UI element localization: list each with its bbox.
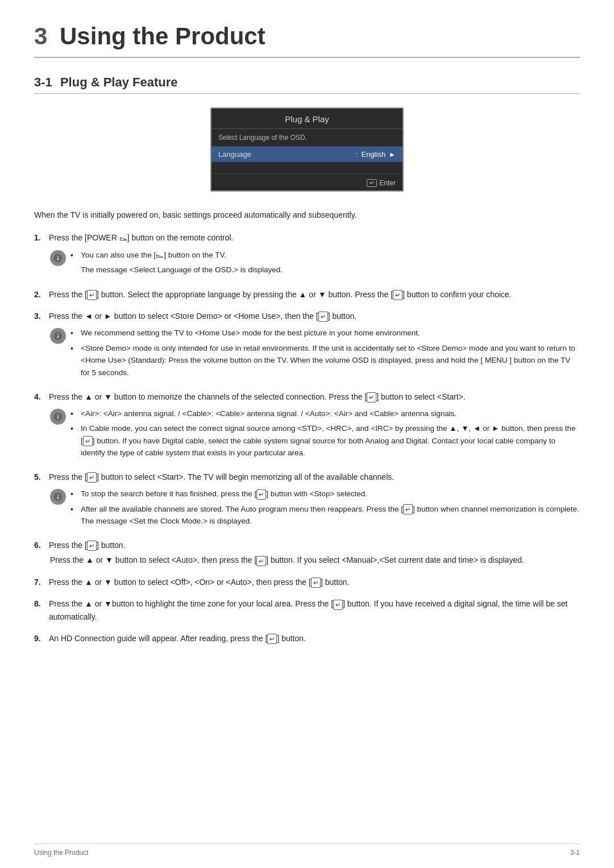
section-title-text: Plug & Play Feature xyxy=(60,75,178,89)
step-3-note: • We recommend setting the TV to <Home U… xyxy=(50,327,580,381)
step-4-note-item-1: • <Air>: <Air> antenna signal. / <Cable>… xyxy=(70,408,580,420)
page-footer: Using the Product 3-1 xyxy=(34,844,580,857)
step-3-note-content: • We recommend setting the TV to <Home U… xyxy=(70,327,580,381)
step-1-note-item-1: • You can also use the [⌳] button on the… xyxy=(70,249,580,261)
enter-icon: ↵ xyxy=(367,179,377,187)
step-5-note-item-1: • To stop the search before it has finis… xyxy=(70,488,580,500)
step-5-note: • To stop the search before it has finis… xyxy=(50,488,580,530)
osd-title: Plug & Play xyxy=(211,109,403,129)
step-9-header: 9. An HD Connection guide will appear. A… xyxy=(34,632,580,645)
step-4-text: Press the ▲ or ▼ button to memorize the … xyxy=(49,391,580,403)
step-1-note-content: • You can also use the [⌳] button on the… xyxy=(70,249,580,279)
step-9-text: An HD Connection guide will appear. Afte… xyxy=(49,632,580,645)
step-9-number: 9. xyxy=(34,632,45,645)
osd-language-value: : English ► xyxy=(356,150,396,159)
step-8-text: Press the ▲ or ▼button to highlight the … xyxy=(49,597,580,623)
osd-arrow-right: ► xyxy=(389,151,396,159)
step-1: 1. Press the [POWER ⌳] button on the rem… xyxy=(34,231,580,279)
step-3-text: Press the ◄ or ► button to select <Store… xyxy=(49,310,580,322)
osd-subtitle: Select Language of the OSD. xyxy=(211,129,403,147)
step-4-number: 4. xyxy=(34,391,45,403)
note-icon-1 xyxy=(50,250,66,266)
osd-footer: ↵ Enter xyxy=(211,173,403,190)
step-4-header: 4. Press the ▲ or ▼ button to memorize t… xyxy=(34,391,580,403)
step-5-number: 5. xyxy=(34,471,45,483)
step-3-header: 3. Press the ◄ or ► button to select <St… xyxy=(34,310,580,322)
step-5-text: Press the [↵] button to select <Start>. … xyxy=(49,471,580,483)
step-1-number: 1. xyxy=(34,231,45,244)
note-icon-4 xyxy=(50,409,66,425)
step-5-note-content: • To stop the search before it has finis… xyxy=(70,488,580,530)
step-8-number: 8. xyxy=(34,597,45,610)
step-1-header: 1. Press the [POWER ⌳] button on the rem… xyxy=(34,231,580,244)
osd-language-label: Language xyxy=(218,150,251,159)
step-6-subtext: Press the ▲ or ▼ button to select <Auto>… xyxy=(50,554,580,566)
step-7: 7. Press the ▲ or ▼ button to select <Of… xyxy=(34,576,580,588)
step-3: 3. Press the ◄ or ► button to select <St… xyxy=(34,310,580,381)
step-4-note: • <Air>: <Air> antenna signal. / <Cable>… xyxy=(50,408,580,462)
step-3-number: 3. xyxy=(34,310,45,322)
osd-colon: : xyxy=(356,150,358,159)
step-1-text: Press the [POWER ⌳] button on the remote… xyxy=(49,231,580,244)
chapter-number: 3 xyxy=(34,23,47,49)
step-7-header: 7. Press the ▲ or ▼ button to select <Of… xyxy=(34,576,580,588)
step-1-note-item-2: • The message <Select Language of the OS… xyxy=(70,264,580,276)
step-2-number: 2. xyxy=(34,288,45,301)
step-6-header: 6. Press the [↵] button. xyxy=(34,539,580,551)
step-9: 9. An HD Connection guide will appear. A… xyxy=(34,632,580,645)
step-6-number: 6. xyxy=(34,539,45,551)
step-2-header: 2. Press the [↵] button. Select the appr… xyxy=(34,288,580,301)
steps-container: 1. Press the [POWER ⌳] button on the rem… xyxy=(34,231,580,645)
step-4-note-content: • <Air>: <Air> antenna signal. / <Cable>… xyxy=(70,408,580,462)
osd-language-row: Language : English ► xyxy=(211,147,403,162)
step-7-number: 7. xyxy=(34,576,45,588)
note-icon-5 xyxy=(50,489,66,505)
step-4-note-item-2: • In Cable mode, you can select the corr… xyxy=(70,422,580,459)
step-2-text: Press the [↵] button. Select the appropr… xyxy=(49,288,580,301)
section-number: 3-1 xyxy=(34,75,52,89)
footer-right: 3-1 xyxy=(570,849,580,857)
step-7-text: Press the ▲ or ▼ button to select <Off>,… xyxy=(49,576,580,588)
section-title: 3-1 Plug & Play Feature xyxy=(34,75,580,94)
footer-left: Using the Product xyxy=(34,849,88,857)
step-5-header: 5. Press the [↵] button to select <Start… xyxy=(34,471,580,483)
step-5-note-item-2: • After all the available channels are s… xyxy=(70,503,580,528)
step-2: 2. Press the [↵] button. Select the appr… xyxy=(34,288,580,301)
chapter-title: 3 Using the Product xyxy=(34,23,580,58)
intro-text: When the TV is initially powered on, bas… xyxy=(34,209,580,221)
step-6: 6. Press the [↵] button. Press the ▲ or … xyxy=(34,539,580,567)
chapter-title-text: Using the Product xyxy=(60,23,265,49)
step-3-note-item-1: • We recommend setting the TV to <Home U… xyxy=(70,327,580,339)
step-1-note: • You can also use the [⌳] button on the… xyxy=(50,249,580,279)
step-5: 5. Press the [↵] button to select <Start… xyxy=(34,471,580,530)
step-8-header: 8. Press the ▲ or ▼button to highlight t… xyxy=(34,597,580,623)
osd-dialog: Plug & Play Select Language of the OSD. … xyxy=(210,107,404,192)
note-icon-3 xyxy=(50,328,66,344)
osd-enter-button: ↵ Enter xyxy=(367,179,396,187)
step-6-text: Press the [↵] button. xyxy=(49,539,580,551)
step-3-note-item-2: • <Store Demo> mode is only intended for… xyxy=(70,342,580,379)
step-8: 8. Press the ▲ or ▼button to highlight t… xyxy=(34,597,580,623)
step-4: 4. Press the ▲ or ▼ button to memorize t… xyxy=(34,391,580,462)
osd-spacer xyxy=(211,162,403,173)
